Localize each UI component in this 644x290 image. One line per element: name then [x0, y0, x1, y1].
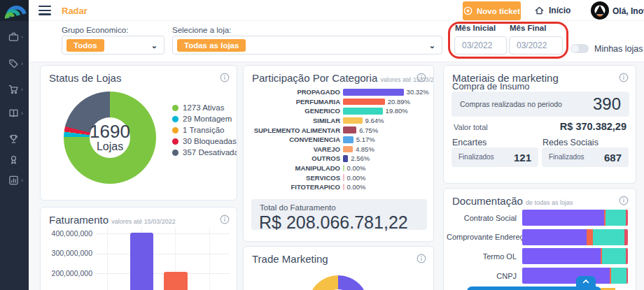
documentacao-bar [522, 268, 628, 284]
documentacao-bar [522, 229, 628, 245]
redes-finalizados-box: Finalizados 687 [542, 147, 629, 167]
total-faturamento-value: R$ 208.066.781,22 [259, 212, 408, 233]
sidebar-item-trophy[interactable] [0, 133, 29, 148]
mes-final-input[interactable] [509, 36, 563, 55]
grupo-economico-value-chip: Todos [66, 39, 104, 52]
faturamento-bar [130, 233, 153, 290]
categoria-value: 0.00% [347, 164, 366, 172]
grupo-economico-select[interactable]: Todos ⌄ [62, 36, 164, 55]
doc-segment-purple [522, 229, 587, 245]
categoria-row: GENERICO19.80% [244, 106, 433, 116]
faturamento-bar [164, 272, 188, 290]
sidebar-item-bar-chart[interactable]: › [0, 174, 29, 189]
categoria-value: 5.17% [356, 136, 375, 143]
categoria-value: 6.75% [359, 126, 378, 134]
novo-ticket-label: Novo ticket [477, 7, 520, 15]
total-faturamento-label: Total do Faturamento [260, 203, 336, 212]
mes-inicial-input[interactable] [454, 36, 507, 55]
legend-dot [172, 150, 178, 156]
novo-ticket-button[interactable]: Novo ticket [463, 1, 521, 20]
info-icon[interactable] [416, 254, 426, 263]
minhas-lojas-toggle[interactable] [570, 44, 589, 53]
info-icon[interactable] [619, 73, 629, 82]
briefcase-icon [0, 31, 20, 45]
categoria-bar [343, 108, 383, 115]
donut-total-label: Lojas [97, 140, 123, 153]
legend-dot [172, 138, 178, 145]
categoria-bar [343, 117, 363, 124]
gridline [209, 227, 210, 290]
sidebar-item-book[interactable]: › [0, 107, 29, 122]
categoria-value: 2.56% [351, 154, 370, 162]
legend-item: 1273 Ativas [172, 102, 237, 113]
sidebar-item-cart[interactable]: › [0, 83, 29, 99]
chevron-down-icon: ⌄ [151, 41, 158, 50]
encartes-finalizados-box: Finalizados 121 [451, 147, 538, 167]
categoria-bar-chart: PROPAGADO30.32%PERFUMARIA20.89%GENERICO1… [244, 87, 433, 192]
categoria-label: CONVENIENCIA [244, 136, 340, 143]
doc-segment-red [624, 229, 628, 245]
valor-total-value: R$ 370.382,29 [560, 121, 626, 132]
app-logo[interactable] [0, 0, 29, 21]
redes-finalizados-value: 687 [604, 152, 622, 164]
loja-value-chip: Todas as lojas [177, 39, 246, 52]
categoria-label: VAREJO [244, 145, 340, 153]
categoria-row: PROPAGADO30.32% [244, 87, 433, 97]
chevron-right-icon: › [21, 34, 23, 41]
encartes-finalizados-value: 121 [514, 152, 531, 164]
dashboard: Status de Lojas 1690 Lojas 1273 Ativas29… [29, 61, 644, 290]
card-subtitle: valores até 15/03/2022 [111, 218, 176, 225]
inicio-button[interactable]: Início [534, 3, 570, 18]
inicio-label: Início [549, 6, 570, 15]
categoria-row: SIMILAR9.64% [244, 116, 433, 126]
legend-item: 29 Montagem [172, 113, 237, 124]
documentacao-label: CNPJ [447, 272, 517, 280]
sidebar-item-medal[interactable] [0, 154, 29, 169]
categoria-label: MANIPULADO [244, 164, 340, 172]
sidebar-item-tag[interactable]: › [0, 57, 29, 73]
categoria-bar [343, 89, 404, 96]
doc-segment-teal [602, 248, 626, 264]
categoria-row: PERFUMARIA20.89% [244, 97, 433, 107]
info-icon[interactable] [416, 73, 426, 82]
y-tick-label: 200,000,000 [43, 269, 92, 277]
plus-circle-icon [463, 6, 472, 15]
faturamento-card: Faturamento valores até 15/03/2022 400,0… [40, 207, 237, 290]
categoria-row: MANIPULADO0.00% [244, 164, 433, 173]
categoria-bar [343, 126, 356, 133]
categoria-value: 0.00% [347, 174, 366, 182]
legend-dot [172, 127, 178, 133]
documentacao-row: Comprovante Endereço [447, 228, 627, 247]
categoria-value: 30.32% [407, 88, 429, 96]
categoria-value: 19.80% [386, 107, 408, 115]
card-title: Trade Marketing [252, 253, 328, 265]
chevron-right-icon: › [21, 110, 23, 117]
info-icon[interactable] [220, 215, 230, 224]
doc-segment-teal [611, 268, 627, 284]
info-icon[interactable] [220, 73, 230, 82]
y-tick-label: 300,000,000 [43, 249, 92, 257]
avatar[interactable] [591, 1, 609, 20]
legend-item: 30 Bloqueadas [172, 136, 237, 147]
scroll-up-tab[interactable] [576, 276, 596, 287]
categoria-label: FITOTERAPICO [244, 183, 340, 191]
status-de-lojas-card: Status de Lojas 1690 Lojas 1273 Ativas29… [40, 65, 237, 201]
compras-realizadas-value: 390 [593, 94, 621, 114]
bottom-widget-bar[interactable] [467, 287, 601, 290]
gridline [97, 273, 230, 274]
categoria-label: PERFUMARIA [244, 98, 340, 106]
categoria-label: PROPAGADO [244, 88, 340, 96]
documentacao-card: Documentação de todas as lojas Contrato … [443, 188, 636, 290]
categoria-row: FITOTERAPICO0.00% [244, 182, 433, 192]
trophy-icon [0, 133, 20, 147]
trade-marketing-card: Trade Marketing [243, 246, 434, 290]
info-icon[interactable] [619, 196, 629, 205]
doc-segment-purple [522, 268, 610, 284]
categoria-bar [343, 146, 353, 153]
hamburger-menu-icon[interactable] [38, 6, 51, 17]
materiais-marketing-card: Materiais de marketing Compra de Insumo … [443, 65, 636, 184]
loja-select[interactable]: Todas as lojas ⌄ [172, 36, 442, 55]
categoria-row: SUPLEMENTO ALIMENTAR6.75% [244, 125, 433, 135]
compras-realizadas-box: Compras realizadas no periodo 390 [451, 92, 629, 117]
sidebar-item-briefcase[interactable]: › [0, 31, 29, 46]
